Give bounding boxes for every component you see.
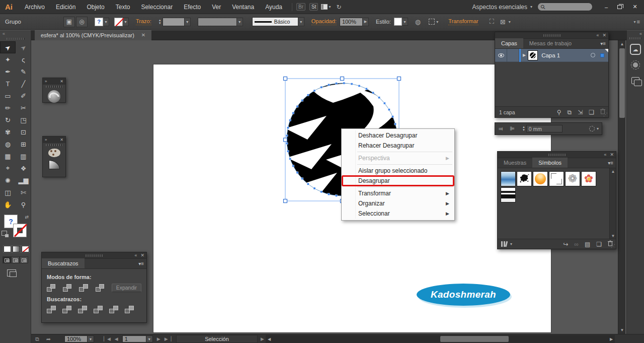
hand-tool[interactable]: ✋ <box>0 198 16 211</box>
menu-edicion[interactable]: Edición <box>50 0 81 14</box>
default-fill-stroke-icon[interactable] <box>2 231 7 236</box>
stroke-color-swatch[interactable] <box>114 18 123 26</box>
mini-panel-a-drag-handle[interactable] <box>46 86 62 88</box>
opacity-arrow-icon[interactable]: ▶ <box>363 18 369 26</box>
place-symbol-icon[interactable]: ↪ <box>563 241 568 248</box>
close-icon[interactable]: ✕ <box>60 79 63 84</box>
expand-triangle-icon[interactable]: ▶ <box>523 53 526 57</box>
search-input[interactable]: ⚲ <box>537 3 593 11</box>
context-item-rehacer-desagrupar[interactable]: Rehacer Desagrupar <box>342 141 454 151</box>
perspective-grid-tool[interactable]: ⊞ <box>16 138 31 150</box>
anchor-point[interactable] <box>292 112 294 114</box>
control-panel-menu[interactable]: ▾ ≡ <box>634 19 644 25</box>
visibility-cell[interactable] <box>495 49 507 62</box>
bridge-button[interactable]: Br <box>296 3 305 11</box>
context-item-organizar[interactable]: Organizar▶ <box>342 198 454 209</box>
anchor-point[interactable] <box>301 178 303 180</box>
anchor-point[interactable] <box>313 90 315 92</box>
menu-ver[interactable]: Ver <box>206 0 226 14</box>
resize-grip[interactable]: ⋰ <box>611 244 615 248</box>
pencil-tool[interactable]: ✏ <box>0 102 16 114</box>
document-tab[interactable]: esfera* al 100% (CMYK/Previsualizar) ✕ <box>35 30 151 40</box>
minus-back-button[interactable] <box>125 306 134 313</box>
fill-dropdown-icon[interactable]: ▼ <box>103 18 109 26</box>
align-to-artboard-icon[interactable]: ⛶ <box>490 18 494 26</box>
anchor-point[interactable] <box>320 191 323 193</box>
expand-icon[interactable]: » <box>45 79 47 84</box>
anchor-point[interactable] <box>336 83 338 85</box>
anchor-point[interactable] <box>394 123 396 125</box>
panel-menu-icon[interactable]: ▾≡ <box>608 160 613 166</box>
align-icon[interactable]: ⊫ <box>510 125 515 132</box>
collapse-icon[interactable]: « <box>134 252 137 259</box>
none-button[interactable] <box>22 246 29 252</box>
anchor-point[interactable] <box>372 92 374 94</box>
type-tool[interactable]: T <box>0 78 16 90</box>
slice-tool[interactable]: ✄ <box>16 186 31 198</box>
geometric-flower-symbol[interactable]: ❁ <box>565 171 580 186</box>
close-icon[interactable]: ✕ <box>610 152 614 158</box>
anchor-point[interactable] <box>287 150 289 152</box>
anchor-point[interactable] <box>336 194 338 196</box>
lasso-tool[interactable]: ς <box>16 53 31 65</box>
clipping-mask-icon[interactable]: ⧉ <box>568 109 572 116</box>
close-icon[interactable]: ✕ <box>602 32 606 39</box>
new-sublayer-icon[interactable]: ⇲ <box>578 109 583 116</box>
bounding-box-handle[interactable] <box>341 77 344 81</box>
isolate-object-icon[interactable]: ⊠ <box>500 18 506 26</box>
scroll-down-icon[interactable]: ▼ <box>618 327 626 333</box>
mini-panel-a-header[interactable]: »✕ <box>43 78 65 85</box>
next-artboard-icon[interactable]: ▶ <box>157 336 160 341</box>
sync-status-icon[interactable]: ↻ <box>337 4 342 11</box>
drag-dots[interactable] <box>543 34 560 37</box>
spacing-stepper[interactable]: ▲▼ <box>522 126 525 131</box>
break-link-icon[interactable]: ∞ <box>574 241 579 248</box>
brush-definition-field[interactable]: Básico <box>252 17 298 26</box>
scroll-up-icon[interactable]: ▲ <box>618 41 626 47</box>
anchor-point[interactable] <box>378 97 380 99</box>
symbol-options-icon[interactable]: ▤ <box>585 241 590 248</box>
bounding-box-handle[interactable] <box>284 199 287 203</box>
anchor-point[interactable] <box>307 94 309 96</box>
anchor-point[interactable] <box>391 115 393 117</box>
opacity-field[interactable]: 100% <box>340 18 363 26</box>
scissors-tool[interactable]: ✂ <box>16 102 31 114</box>
status-arrow-icon[interactable]: ▶ <box>261 336 264 341</box>
anchor-point[interactable] <box>365 88 367 90</box>
swap-fill-stroke-icon[interactable]: ⇄ <box>25 215 29 220</box>
spacing-field[interactable]: 0 mm <box>526 125 562 132</box>
mesh-tool[interactable]: ▦ <box>0 150 16 162</box>
stock-button[interactable]: St <box>309 3 318 11</box>
status-display[interactable]: Selección <box>176 335 258 343</box>
anchor-point[interactable] <box>328 84 330 86</box>
layer-row[interactable]: ▶ Capa 1 <box>495 49 608 62</box>
color-themes-icon[interactable] <box>630 59 641 71</box>
anchor-point[interactable] <box>286 134 288 136</box>
curvature-pen-tool[interactable]: ✎ <box>16 65 31 78</box>
isolate-dropdown-icon[interactable]: ▾ <box>509 20 511 24</box>
drag-dots[interactable] <box>86 254 103 257</box>
align-dropdown-icon[interactable]: ▾ <box>597 126 599 131</box>
divide-button[interactable] <box>47 306 56 313</box>
sphere-tool-icon[interactable] <box>48 90 60 103</box>
workspace-switcher[interactable]: Aspectos esenciales ▾ <box>472 4 532 11</box>
gradient-tool[interactable]: ▥ <box>16 150 31 162</box>
bounding-box-handle[interactable] <box>397 77 401 81</box>
stroke-indicator[interactable] <box>13 224 27 237</box>
draw-behind-button[interactable] <box>11 256 20 263</box>
anchor-point[interactable] <box>296 105 298 107</box>
horizontal-scrollbar[interactable]: ◀ ▶ <box>266 335 615 343</box>
gradient-button[interactable] <box>13 246 20 252</box>
tab-buscatrazos[interactable]: Buscatrazos <box>42 258 85 268</box>
scroll-up-icon[interactable]: ▲ <box>610 168 616 174</box>
scroll-right-icon[interactable]: ▶ <box>608 335 615 343</box>
eyedropper-tool[interactable]: ⌖ <box>0 162 16 174</box>
width-profile-dropdown-icon[interactable]: ▼ <box>237 18 243 26</box>
creative-cloud-icon[interactable]: ☁ <box>630 44 641 55</box>
zoom-tool[interactable]: ⚲ <box>16 198 31 211</box>
intersect-button[interactable] <box>79 284 88 292</box>
expand-icon[interactable]: » <box>45 138 47 142</box>
dock-drag-handle[interactable] <box>629 37 641 39</box>
vertical-scrollbar[interactable]: ▲ ▼ <box>618 40 625 334</box>
dock-collapse[interactable]: « <box>627 30 644 37</box>
